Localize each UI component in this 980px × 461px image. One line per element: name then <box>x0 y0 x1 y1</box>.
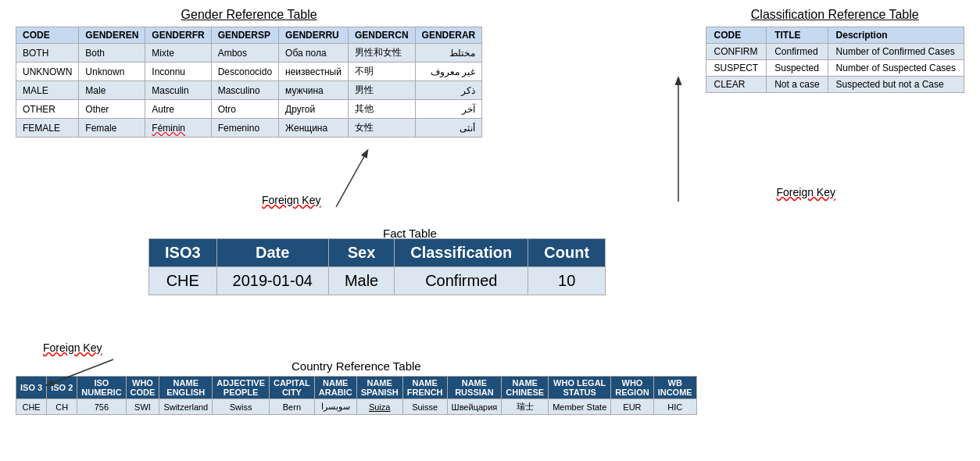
table-row: CONFIRM Confirmed Number of Confirmed Ca… <box>706 44 964 60</box>
foreign-key-label-3: Foreign Key <box>43 341 102 354</box>
country-table: ISO 3 ISO 2 ISONUMERIC WHOCODE NAMEENGLI… <box>16 376 697 415</box>
gender-col-ru: GENDERRU <box>279 27 349 44</box>
main-container: Gender Reference Table CODE GENDEREN GEN… <box>0 0 980 461</box>
fact-date-value: 2019-01-04 <box>216 267 328 295</box>
fact-col-date: Date <box>216 239 328 267</box>
fact-count-value: 10 <box>528 267 606 295</box>
table-row: CLEAR Not a case Suspected but not a Cas… <box>706 77 964 93</box>
gender-col-sp: GENDERSP <box>211 27 278 44</box>
gender-col-code: CODE <box>16 27 79 44</box>
fact-table: ISO3 Date Sex Classification Count CHE 2… <box>148 238 606 295</box>
fact-col-classification: Classification <box>395 239 528 267</box>
foreign-key-label-1: Foreign Key <box>262 194 320 206</box>
fact-col-count: Count <box>528 239 606 267</box>
classification-table: CODE TITLE Description CONFIRM Confirmed… <box>706 27 964 93</box>
fact-col-sex: Sex <box>328 239 394 267</box>
classification-table-title: Classification Reference Table <box>706 8 964 22</box>
gender-col-ar: GENDERAR <box>415 27 482 44</box>
class-col-desc: Description <box>828 27 964 44</box>
classification-table-section: Classification Reference Table CODE TITL… <box>706 8 964 93</box>
fact-iso3-value: CHE <box>149 267 217 295</box>
fact-sex-value: Male <box>328 267 394 295</box>
country-table-title: Country Reference Table <box>16 359 697 373</box>
table-row: CHE CH 756 SWI Switzerland Swiss Bern سو… <box>16 399 697 415</box>
gender-table: CODE GENDEREN GENDERFR GENDERSP GENDERRU… <box>16 27 482 138</box>
gender-col-en: GENDEREN <box>79 27 145 44</box>
table-row: CHE 2019-01-04 Male Confirmed 10 <box>149 267 606 295</box>
table-row: SUSPECT Suspected Number of Suspected Ca… <box>706 60 964 77</box>
table-row: OTHER Other Autre Otro Другой 其他 آخر <box>16 100 482 119</box>
gender-table-section: Gender Reference Table CODE GENDEREN GEN… <box>16 8 482 138</box>
class-col-title: TITLE <box>767 27 828 44</box>
fact-classification-value: Confirmed <box>395 267 528 295</box>
fact-table-section: ISO3 Date Sex Classification Count CHE 2… <box>148 238 606 295</box>
table-row: MALE Male Masculin Masculino мужчина 男性 … <box>16 81 482 100</box>
class-col-code: CODE <box>706 27 767 44</box>
table-row: UNKNOWN Unknown Inconnu Desconocido неиз… <box>16 63 482 81</box>
gender-table-title: Gender Reference Table <box>16 8 482 22</box>
table-row: FEMALE Female Féminin Femenino Женщина 女… <box>16 119 482 138</box>
country-table-section: Country Reference Table ISO 3 ISO 2 ISON… <box>16 359 697 415</box>
foreign-key-label-2: Foreign Key <box>777 186 835 198</box>
gender-col-fr: GENDERFR <box>145 27 211 44</box>
svg-line-0 <box>336 151 367 207</box>
fact-col-iso3: ISO3 <box>149 239 217 267</box>
table-row: BOTH Both Mixte Ambos Оба пола 男性和女性 مخت… <box>16 44 482 63</box>
gender-col-cn: GENDERCN <box>348 27 415 44</box>
